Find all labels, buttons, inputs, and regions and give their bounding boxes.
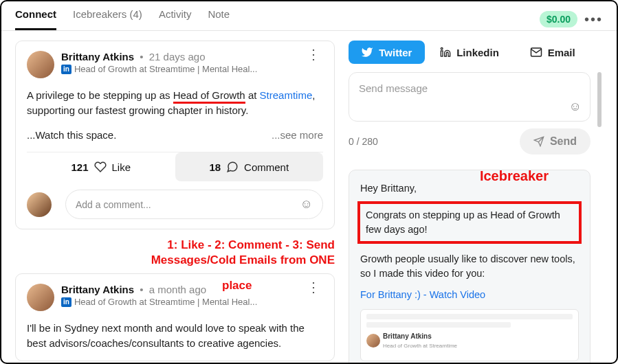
like-button[interactable]: 121 Like	[27, 152, 175, 181]
channel-linkedin[interactable]: Linkedin	[432, 41, 508, 64]
feed-column: Brittany Atkins • 21 days ago in Head of…	[1, 31, 343, 362]
tab-connect[interactable]: Connect	[15, 8, 56, 30]
avatar[interactable]	[27, 51, 54, 78]
message-preview-card: Icebreaker Hey Brittany, Congrats on ste…	[349, 170, 591, 364]
channel-email[interactable]: Email	[514, 41, 591, 64]
channel-twitter[interactable]: Twitter	[349, 41, 425, 64]
emoji-icon[interactable]: ☺	[300, 197, 313, 212]
comment-input[interactable]: Add a comment... ☺	[65, 190, 323, 219]
linkedin-icon	[440, 47, 451, 58]
comment-placeholder: Add a comment...	[76, 199, 151, 210]
tab-activity[interactable]: Activity	[159, 8, 192, 30]
main-tabs: Connect Icebreakers (4) Activity Note	[15, 8, 230, 30]
author-subtitle: in Head of Growth at Streamtime | Mental…	[61, 297, 304, 307]
tab-note[interactable]: Note	[208, 8, 230, 30]
author-subtitle: in Head of Growth at Streamtime | Mental…	[61, 64, 304, 74]
email-icon	[530, 46, 542, 58]
highlighted-phrase: Head of Growth	[173, 89, 245, 104]
comment-button[interactable]: 18 Comment	[175, 152, 324, 181]
channel-tabs: Twitter Linkedin Email	[349, 41, 591, 64]
company-link[interactable]: Streamtime	[260, 89, 313, 101]
see-more-link[interactable]: ...see more	[272, 128, 323, 143]
emoji-icon[interactable]: ☺	[569, 100, 582, 114]
video-link[interactable]: For Brittany :) - Watch Video	[360, 289, 485, 300]
avatar	[366, 334, 380, 348]
send-icon	[533, 136, 544, 147]
linkedin-badge-icon: in	[61, 65, 71, 74]
heart-icon	[94, 161, 107, 173]
post-menu-icon[interactable]: ⋮	[304, 284, 323, 291]
post-time: a month ago	[149, 284, 206, 295]
avatar[interactable]	[27, 284, 54, 311]
message-body: Growth people usually like to discover n…	[360, 252, 579, 281]
video-thumbnail[interactable]: Brittany Atkins Head of Growth at Stream…	[360, 309, 579, 361]
svg-point-1	[441, 47, 443, 49]
top-bar: Connect Icebreakers (4) Activity Note $0…	[1, 1, 617, 31]
post-author-line: Brittany Atkins • a month ago	[61, 284, 304, 295]
author-name[interactable]: Brittany Atkins	[61, 51, 134, 62]
comment-icon	[226, 161, 239, 173]
post-card: place Brittany Atkins • a month ago in H…	[15, 273, 335, 361]
linkedin-badge-icon: in	[61, 297, 71, 307]
post-author-line: Brittany Atkins • 21 days ago	[61, 51, 304, 62]
my-avatar[interactable]	[27, 192, 52, 217]
balance-badge[interactable]: $0.00	[540, 11, 577, 27]
annotation-icebreaker: Icebreaker	[480, 166, 549, 186]
post-menu-icon[interactable]: ⋮	[304, 51, 323, 58]
highlighted-icebreaker: Congrats on stepping up as Head of Growt…	[357, 201, 582, 244]
char-counter: 0 / 280	[349, 136, 378, 147]
more-menu-icon[interactable]: •••	[584, 12, 603, 27]
send-button[interactable]: Send	[520, 128, 591, 155]
author-name[interactable]: Brittany Atkins	[61, 284, 134, 295]
post-actions: 121 Like 18 Comment	[27, 152, 323, 181]
post-card: Brittany Atkins • 21 days ago in Head of…	[15, 41, 335, 229]
scrollbar[interactable]	[597, 72, 602, 127]
twitter-icon	[361, 46, 373, 58]
annotation-place: place	[222, 278, 252, 293]
post-body: A privilege to be stepping up as Head of…	[27, 88, 323, 142]
svg-rect-0	[441, 51, 443, 56]
post-body: I'll be in Sydney next month and would l…	[27, 321, 323, 351]
compose-box[interactable]: Send message ☺	[349, 72, 591, 122]
post-time: 21 days ago	[149, 51, 206, 62]
message-column: Twitter Linkedin Email Send message ☺ 0 …	[343, 31, 604, 362]
annotation-steps: 1: Like - 2: Comment - 3: Send Messages/…	[15, 238, 335, 268]
compose-placeholder: Send message	[359, 82, 580, 94]
tab-icebreakers[interactable]: Icebreakers (4)	[73, 8, 142, 30]
